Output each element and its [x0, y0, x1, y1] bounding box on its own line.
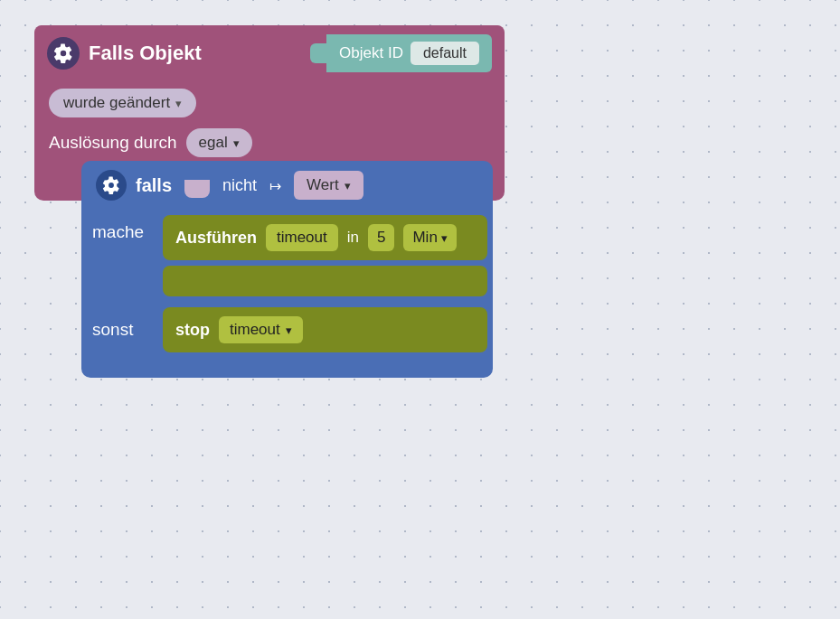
falls-gear-svg	[102, 176, 120, 194]
wert-label: Wert	[307, 176, 339, 194]
gear-svg	[53, 43, 73, 63]
sonst-section: sonst stop timeout ▾	[81, 302, 493, 358]
block-falls: falls nicht ↦ Wert ▾ mache Ausführen tim…	[81, 161, 493, 378]
falls-objekt-title: Falls Objekt	[89, 42, 202, 65]
mache-label: mache	[92, 222, 144, 241]
wert-arrow: ▾	[344, 179, 351, 192]
number-pill[interactable]: 5	[368, 224, 394, 251]
objekt-id-label: Objekt ID	[339, 44, 403, 62]
stop-timeout-dropdown[interactable]: timeout ▾	[219, 316, 303, 343]
falls-footer	[81, 358, 493, 378]
egal-arrow: ▾	[233, 136, 240, 150]
block-ausfuehren: Ausführen timeout in 5 Min ▾	[163, 215, 487, 260]
wurde-geaendert-label: wurde geändert	[63, 94, 170, 112]
min-dropdown[interactable]: Min ▾	[403, 224, 456, 251]
sonst-content: stop timeout ▾	[163, 302, 493, 358]
stop-timeout-label: timeout	[230, 321, 280, 339]
wurde-geaendert-arrow: ▾	[175, 97, 182, 110]
workspace: Falls Objekt Objekt ID default wurde geä…	[0, 0, 840, 619]
objekt-id-section: Objekt ID default	[326, 34, 492, 72]
nicht-label: nicht	[222, 176, 257, 195]
in-label: in	[347, 229, 359, 247]
ausfuehren-label: Ausführen	[175, 229, 257, 248]
ausloesung-label: Auslösung durch	[49, 133, 177, 153]
puzzle-connector-top	[310, 43, 326, 63]
gear-icon	[47, 37, 80, 70]
timeout-pill: timeout	[266, 224, 338, 251]
mache-content: Ausführen timeout in 5 Min ▾	[163, 210, 493, 302]
wert-dropdown[interactable]: Wert ▾	[294, 171, 363, 200]
egal-label: egal	[199, 134, 228, 152]
arrow-symbol: ↦	[269, 177, 281, 194]
mache-label-col: mache	[81, 210, 163, 255]
falls-header: falls nicht ↦ Wert ▾	[81, 161, 493, 210]
objekt-id-value[interactable]: default	[411, 42, 479, 65]
min-arrow: ▾	[441, 231, 448, 245]
stop-label: stop	[175, 321, 210, 340]
falls-gear-icon	[96, 170, 127, 201]
wurde-row: wurde geändert ▾	[34, 81, 505, 123]
mache-section: mache Ausführen timeout in 5 Min ▾	[81, 210, 493, 302]
stop-timeout-arrow: ▾	[286, 324, 292, 337]
min-label: Min	[412, 229, 437, 247]
nicht-connector	[184, 180, 210, 198]
sonst-label: sonst	[92, 320, 133, 339]
falls-objekt-header: Falls Objekt Objekt ID default	[34, 25, 505, 81]
wurde-geaendert-dropdown[interactable]: wurde geändert ▾	[49, 89, 196, 117]
sonst-label-col: sonst	[81, 309, 163, 351]
block-stop: stop timeout ▾	[163, 307, 487, 352]
falls-title: falls	[136, 175, 172, 196]
empty-do-block	[163, 266, 487, 296]
egal-dropdown[interactable]: egal ▾	[186, 128, 252, 157]
